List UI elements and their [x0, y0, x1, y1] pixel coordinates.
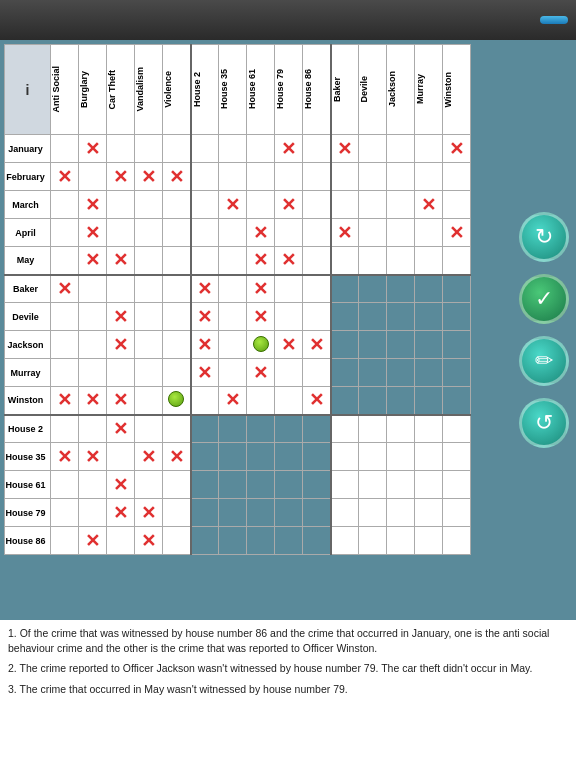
grid-cell-winston-house-2[interactable] [191, 387, 219, 415]
grid-cell-march-house-35[interactable]: ✕ [219, 191, 247, 219]
grid-cell-devile-house-86[interactable] [303, 303, 331, 331]
grid-cell-house-61-winston[interactable] [443, 471, 471, 499]
grid-cell-jackson-house-79[interactable]: ✕ [275, 331, 303, 359]
grid-cell-house-86-jackson[interactable] [387, 527, 415, 555]
grid-cell-house-35-violence[interactable]: ✕ [163, 443, 191, 471]
grid-cell-april-house-61[interactable]: ✕ [247, 219, 275, 247]
grid-cell-may-winston[interactable] [443, 247, 471, 275]
grid-cell-house-61-car-theft[interactable]: ✕ [107, 471, 135, 499]
grid-cell-house-86-baker[interactable] [331, 527, 359, 555]
grid-cell-april-jackson[interactable] [387, 219, 415, 247]
grid-cell-house-35-devile[interactable] [359, 443, 387, 471]
grid-cell-murray-burglary[interactable] [79, 359, 107, 387]
grid-cell-winston-house-79[interactable] [275, 387, 303, 415]
grid-cell-winston-house-61[interactable] [247, 387, 275, 415]
grid-cell-winston-anti-social[interactable]: ✕ [51, 387, 79, 415]
grid-cell-house-2-winston[interactable] [443, 415, 471, 443]
grid-cell-april-winston[interactable]: ✕ [443, 219, 471, 247]
grid-cell-may-vandalism[interactable] [135, 247, 163, 275]
grid-cell-house-61-devile[interactable] [359, 471, 387, 499]
grid-cell-may-burglary[interactable]: ✕ [79, 247, 107, 275]
grid-cell-january-baker[interactable]: ✕ [331, 135, 359, 163]
grid-cell-house-86-violence[interactable] [163, 527, 191, 555]
grid-cell-february-house-35[interactable] [219, 163, 247, 191]
grid-cell-february-murray[interactable] [415, 163, 443, 191]
grid-cell-murray-car-theft[interactable] [107, 359, 135, 387]
grid-cell-devile-burglary[interactable] [79, 303, 107, 331]
grid-cell-devile-house-35[interactable] [219, 303, 247, 331]
grid-cell-devile-car-theft[interactable]: ✕ [107, 303, 135, 331]
grid-cell-may-jackson[interactable] [387, 247, 415, 275]
grid-cell-march-winston[interactable] [443, 191, 471, 219]
grid-cell-may-house-35[interactable] [219, 247, 247, 275]
grid-cell-march-violence[interactable] [163, 191, 191, 219]
grid-cell-house-61-burglary[interactable] [79, 471, 107, 499]
grid-cell-february-devile[interactable] [359, 163, 387, 191]
grid-cell-house-86-anti-social[interactable] [51, 527, 79, 555]
grid-cell-may-anti-social[interactable] [51, 247, 79, 275]
grid-cell-baker-house-86[interactable] [303, 275, 331, 303]
grid-cell-january-car-theft[interactable] [107, 135, 135, 163]
grid-cell-january-anti-social[interactable] [51, 135, 79, 163]
grid-cell-house-2-burglary[interactable] [79, 415, 107, 443]
grid-cell-house-86-winston[interactable] [443, 527, 471, 555]
grid-cell-house-61-anti-social[interactable] [51, 471, 79, 499]
grid-cell-january-house-61[interactable] [247, 135, 275, 163]
grid-cell-baker-anti-social[interactable]: ✕ [51, 275, 79, 303]
grid-cell-april-devile[interactable] [359, 219, 387, 247]
grid-cell-march-car-theft[interactable] [107, 191, 135, 219]
grid-cell-murray-violence[interactable] [163, 359, 191, 387]
grid-cell-baker-house-79[interactable] [275, 275, 303, 303]
grid-cell-january-house-2[interactable] [191, 135, 219, 163]
grid-cell-house-2-baker[interactable] [331, 415, 359, 443]
grid-cell-january-house-35[interactable] [219, 135, 247, 163]
grid-cell-house-86-vandalism[interactable]: ✕ [135, 527, 163, 555]
grid-cell-january-burglary[interactable]: ✕ [79, 135, 107, 163]
grid-cell-february-anti-social[interactable]: ✕ [51, 163, 79, 191]
grid-cell-march-burglary[interactable]: ✕ [79, 191, 107, 219]
grid-cell-baker-car-theft[interactable] [107, 275, 135, 303]
grid-cell-house-79-vandalism[interactable]: ✕ [135, 499, 163, 527]
grid-cell-jackson-house-2[interactable]: ✕ [191, 331, 219, 359]
grid-cell-house-35-car-theft[interactable] [107, 443, 135, 471]
grid-cell-january-jackson[interactable] [387, 135, 415, 163]
grid-cell-april-house-86[interactable] [303, 219, 331, 247]
grid-cell-house-86-burglary[interactable]: ✕ [79, 527, 107, 555]
grid-cell-february-house-61[interactable] [247, 163, 275, 191]
grid-cell-may-house-2[interactable] [191, 247, 219, 275]
grid-cell-house-2-anti-social[interactable] [51, 415, 79, 443]
grid-cell-april-car-theft[interactable] [107, 219, 135, 247]
grid-cell-house-79-winston[interactable] [443, 499, 471, 527]
grid-cell-january-vandalism[interactable] [135, 135, 163, 163]
grid-cell-february-car-theft[interactable]: ✕ [107, 163, 135, 191]
grid-cell-house-35-baker[interactable] [331, 443, 359, 471]
grid-cell-house-2-jackson[interactable] [387, 415, 415, 443]
grid-cell-murray-vandalism[interactable] [135, 359, 163, 387]
grid-cell-april-vandalism[interactable] [135, 219, 163, 247]
grid-cell-may-car-theft[interactable]: ✕ [107, 247, 135, 275]
grid-cell-devile-house-61[interactable]: ✕ [247, 303, 275, 331]
undo-button[interactable]: ↺ [519, 398, 569, 448]
grid-cell-january-violence[interactable] [163, 135, 191, 163]
grid-cell-may-house-86[interactable] [303, 247, 331, 275]
grid-cell-house-61-baker[interactable] [331, 471, 359, 499]
grid-cell-murray-house-86[interactable] [303, 359, 331, 387]
grid-cell-march-vandalism[interactable] [135, 191, 163, 219]
refresh-button[interactable]: ↻ [519, 212, 569, 262]
grid-cell-january-house-79[interactable]: ✕ [275, 135, 303, 163]
grid-cell-march-baker[interactable] [331, 191, 359, 219]
grid-cell-april-murray[interactable] [415, 219, 443, 247]
grid-cell-murray-house-61[interactable]: ✕ [247, 359, 275, 387]
grid-cell-devile-house-2[interactable]: ✕ [191, 303, 219, 331]
grid-cell-baker-house-2[interactable]: ✕ [191, 275, 219, 303]
grid-cell-murray-house-79[interactable] [275, 359, 303, 387]
grid-cell-house-35-vandalism[interactable]: ✕ [135, 443, 163, 471]
grid-cell-winston-burglary[interactable]: ✕ [79, 387, 107, 415]
grid-cell-house-79-burglary[interactable] [79, 499, 107, 527]
grid-cell-baker-vandalism[interactable] [135, 275, 163, 303]
grid-cell-jackson-house-86[interactable]: ✕ [303, 331, 331, 359]
grid-cell-april-house-2[interactable] [191, 219, 219, 247]
grid-cell-february-burglary[interactable] [79, 163, 107, 191]
grid-cell-house-86-devile[interactable] [359, 527, 387, 555]
grid-cell-house-61-vandalism[interactable] [135, 471, 163, 499]
